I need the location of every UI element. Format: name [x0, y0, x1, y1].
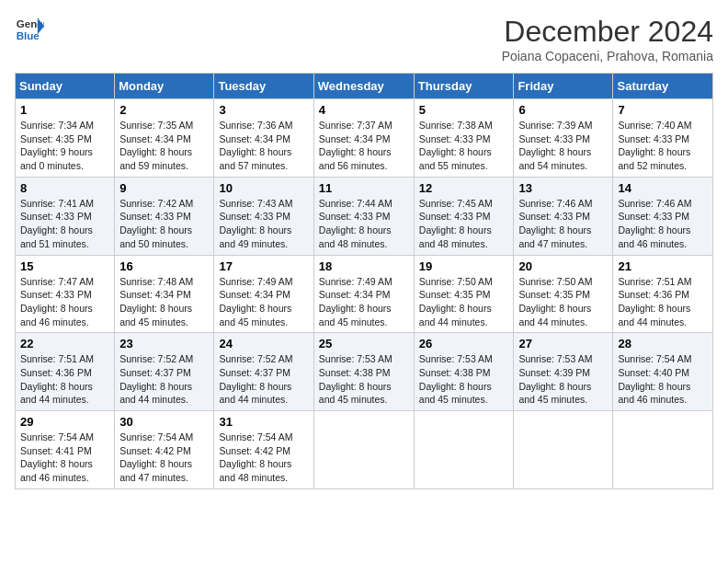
calendar-week-row: 29Sunrise: 7:54 AMSunset: 4:41 PMDayligh… — [16, 411, 713, 489]
day-detail: Sunrise: 7:46 AMSunset: 4:33 PMDaylight:… — [518, 198, 592, 249]
day-detail: Sunrise: 7:54 AMSunset: 4:42 PMDaylight:… — [119, 431, 193, 483]
day-number: 14 — [618, 181, 708, 195]
calendar-cell: 1Sunrise: 7:34 AMSunset: 4:35 PMDaylight… — [16, 99, 115, 178]
day-detail: Sunrise: 7:51 AMSunset: 4:36 PMDaylight:… — [20, 353, 94, 405]
calendar-cell: 4Sunrise: 7:37 AMSunset: 4:34 PMDaylight… — [313, 99, 414, 178]
day-detail: Sunrise: 7:47 AMSunset: 4:33 PMDaylight:… — [20, 276, 94, 327]
day-number: 7 — [618, 103, 708, 117]
calendar-cell: 19Sunrise: 7:50 AMSunset: 4:35 PMDayligh… — [414, 255, 514, 333]
calendar-cell: 16Sunrise: 7:48 AMSunset: 4:34 PMDayligh… — [115, 255, 214, 333]
day-detail: Sunrise: 7:54 AMSunset: 4:41 PMDaylight:… — [20, 431, 94, 483]
day-detail: Sunrise: 7:34 AMSunset: 4:35 PMDaylight:… — [20, 120, 94, 171]
calendar-cell: 15Sunrise: 7:47 AMSunset: 4:33 PMDayligh… — [16, 255, 115, 333]
day-number: 6 — [518, 103, 608, 117]
day-number: 10 — [219, 181, 308, 195]
day-detail: Sunrise: 7:36 AMSunset: 4:34 PMDaylight:… — [219, 120, 292, 171]
day-detail: Sunrise: 7:41 AMSunset: 4:33 PMDaylight:… — [20, 198, 94, 249]
day-number: 17 — [219, 259, 308, 273]
calendar-cell — [313, 411, 414, 489]
calendar-cell: 31Sunrise: 7:54 AMSunset: 4:42 PMDayligh… — [214, 411, 313, 489]
day-detail: Sunrise: 7:40 AMSunset: 4:33 PMDaylight:… — [618, 120, 691, 171]
calendar-cell: 11Sunrise: 7:44 AMSunset: 4:33 PMDayligh… — [313, 177, 414, 255]
day-detail: Sunrise: 7:48 AMSunset: 4:34 PMDaylight:… — [119, 276, 193, 327]
calendar-cell: 26Sunrise: 7:53 AMSunset: 4:38 PMDayligh… — [414, 333, 514, 411]
weekday-header-friday: Friday — [514, 74, 613, 99]
day-number: 26 — [419, 337, 509, 350]
day-number: 2 — [119, 103, 209, 117]
day-number: 29 — [20, 415, 109, 429]
day-detail: Sunrise: 7:45 AMSunset: 4:33 PMDaylight:… — [419, 198, 493, 249]
svg-text:Blue: Blue — [17, 30, 40, 41]
day-number: 28 — [618, 337, 708, 350]
calendar-cell: 29Sunrise: 7:54 AMSunset: 4:41 PMDayligh… — [16, 411, 115, 489]
day-detail: Sunrise: 7:42 AMSunset: 4:33 PMDaylight:… — [119, 198, 193, 249]
day-number: 25 — [319, 337, 409, 350]
day-detail: Sunrise: 7:52 AMSunset: 4:37 PMDaylight:… — [219, 353, 292, 405]
weekday-header-sunday: Sunday — [16, 74, 115, 99]
calendar-cell: 25Sunrise: 7:53 AMSunset: 4:38 PMDayligh… — [313, 333, 414, 411]
logo-icon: General Blue — [15, 15, 44, 44]
day-number: 1 — [20, 103, 109, 117]
day-detail: Sunrise: 7:38 AMSunset: 4:33 PMDaylight:… — [419, 120, 493, 171]
calendar-cell: 2Sunrise: 7:35 AMSunset: 4:34 PMDaylight… — [115, 99, 214, 178]
day-detail: Sunrise: 7:53 AMSunset: 4:38 PMDaylight:… — [319, 353, 392, 405]
day-detail: Sunrise: 7:49 AMSunset: 4:34 PMDaylight:… — [319, 276, 392, 327]
calendar-cell — [514, 411, 613, 489]
day-detail: Sunrise: 7:50 AMSunset: 4:35 PMDaylight:… — [419, 276, 493, 327]
calendar-cell: 22Sunrise: 7:51 AMSunset: 4:36 PMDayligh… — [16, 333, 115, 411]
day-number: 5 — [419, 103, 509, 117]
day-number: 12 — [419, 181, 509, 195]
calendar-cell: 10Sunrise: 7:43 AMSunset: 4:33 PMDayligh… — [214, 177, 313, 255]
day-detail: Sunrise: 7:44 AMSunset: 4:33 PMDaylight:… — [319, 198, 392, 249]
day-number: 13 — [518, 181, 608, 195]
page-header: General Blue December 2024 Poiana Copace… — [15, 15, 713, 63]
month-title: December 2024 — [502, 15, 713, 49]
calendar-week-row: 8Sunrise: 7:41 AMSunset: 4:33 PMDaylight… — [16, 177, 713, 255]
calendar-cell: 6Sunrise: 7:39 AMSunset: 4:33 PMDaylight… — [514, 99, 613, 178]
day-number: 4 — [319, 103, 409, 117]
weekday-header-wednesday: Wednesday — [313, 74, 414, 99]
calendar-cell: 3Sunrise: 7:36 AMSunset: 4:34 PMDaylight… — [214, 99, 313, 178]
day-detail: Sunrise: 7:53 AMSunset: 4:38 PMDaylight:… — [419, 353, 493, 405]
day-detail: Sunrise: 7:35 AMSunset: 4:34 PMDaylight:… — [119, 120, 193, 171]
calendar-cell: 12Sunrise: 7:45 AMSunset: 4:33 PMDayligh… — [414, 177, 514, 255]
weekday-header-thursday: Thursday — [414, 74, 514, 99]
calendar-cell: 21Sunrise: 7:51 AMSunset: 4:36 PMDayligh… — [613, 255, 713, 333]
day-detail: Sunrise: 7:37 AMSunset: 4:34 PMDaylight:… — [319, 120, 392, 171]
calendar-cell: 8Sunrise: 7:41 AMSunset: 4:33 PMDaylight… — [16, 177, 115, 255]
day-detail: Sunrise: 7:49 AMSunset: 4:34 PMDaylight:… — [219, 276, 292, 327]
day-detail: Sunrise: 7:54 AMSunset: 4:40 PMDaylight:… — [618, 353, 691, 405]
calendar-cell: 18Sunrise: 7:49 AMSunset: 4:34 PMDayligh… — [313, 255, 414, 333]
day-detail: Sunrise: 7:39 AMSunset: 4:33 PMDaylight:… — [518, 120, 592, 171]
day-number: 27 — [518, 337, 608, 350]
day-number: 19 — [419, 259, 509, 273]
weekday-header-tuesday: Tuesday — [214, 74, 313, 99]
calendar-week-row: 22Sunrise: 7:51 AMSunset: 4:36 PMDayligh… — [16, 333, 713, 411]
day-number: 16 — [119, 259, 209, 273]
day-number: 3 — [219, 103, 308, 117]
location-subtitle: Poiana Copaceni, Prahova, Romania — [502, 49, 713, 63]
day-number: 31 — [219, 415, 308, 429]
day-number: 21 — [618, 259, 708, 273]
logo: General Blue — [15, 15, 44, 44]
day-number: 20 — [518, 259, 608, 273]
day-number: 24 — [219, 337, 308, 350]
day-detail: Sunrise: 7:50 AMSunset: 4:35 PMDaylight:… — [518, 276, 592, 327]
calendar-cell: 27Sunrise: 7:53 AMSunset: 4:39 PMDayligh… — [514, 333, 613, 411]
day-number: 23 — [119, 337, 209, 350]
calendar-cell: 5Sunrise: 7:38 AMSunset: 4:33 PMDaylight… — [414, 99, 514, 178]
calendar-cell: 30Sunrise: 7:54 AMSunset: 4:42 PMDayligh… — [115, 411, 214, 489]
weekday-header-monday: Monday — [115, 74, 214, 99]
day-detail: Sunrise: 7:43 AMSunset: 4:33 PMDaylight:… — [219, 198, 292, 249]
weekday-header-saturday: Saturday — [613, 74, 713, 99]
calendar-cell: 7Sunrise: 7:40 AMSunset: 4:33 PMDaylight… — [613, 99, 713, 178]
calendar-cell: 24Sunrise: 7:52 AMSunset: 4:37 PMDayligh… — [214, 333, 313, 411]
calendar-table: SundayMondayTuesdayWednesdayThursdayFrid… — [15, 73, 713, 489]
calendar-cell: 13Sunrise: 7:46 AMSunset: 4:33 PMDayligh… — [514, 177, 613, 255]
calendar-cell — [414, 411, 514, 489]
day-detail: Sunrise: 7:52 AMSunset: 4:37 PMDaylight:… — [119, 353, 193, 405]
weekday-header-row: SundayMondayTuesdayWednesdayThursdayFrid… — [16, 74, 713, 99]
calendar-cell — [613, 411, 713, 489]
calendar-cell: 9Sunrise: 7:42 AMSunset: 4:33 PMDaylight… — [115, 177, 214, 255]
day-number: 18 — [319, 259, 409, 273]
